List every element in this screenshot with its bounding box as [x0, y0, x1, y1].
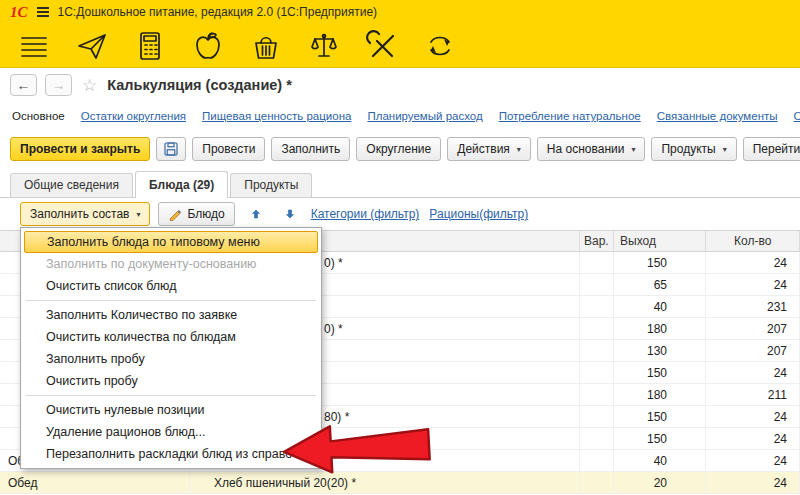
header-qty[interactable]: Кол-во — [706, 231, 800, 251]
cell-var — [580, 428, 614, 449]
tab-products[interactable]: Продукты — [230, 173, 312, 197]
apple-icon — [191, 29, 225, 63]
fill-composition-menu: Заполнить блюда по типовому меню Заполни… — [20, 227, 322, 469]
page-tabs: Общие сведения Блюда (29) Продукты — [0, 168, 800, 198]
service-tools-button[interactable] — [360, 27, 404, 65]
menu-item-clear-dish-list[interactable]: Очистить список блюд — [24, 275, 318, 297]
titlebar-menu-icon[interactable] — [37, 7, 49, 17]
menu-separator — [26, 300, 316, 301]
products-label: Продукты — [661, 142, 715, 156]
main-menu-icon — [17, 29, 51, 63]
menu-item-fill-quantity-by-request[interactable]: Заполнить Количество по заявке — [24, 304, 318, 326]
menu-item-clear-zero-positions[interactable]: Очистить нулевые позиции — [24, 399, 318, 421]
menu-item-fill-by-typical-menu[interactable]: Заполнить блюда по типовому меню — [24, 231, 318, 253]
section-natural-consumption[interactable]: Потребление натуральное — [499, 110, 641, 122]
filters: Категории (фильтр) Рационы(фильтр) — [311, 207, 529, 221]
cell-var — [580, 318, 614, 339]
section-main[interactable]: Основное — [12, 110, 65, 122]
actions-dropdown[interactable]: Действия▾ — [447, 137, 531, 161]
move-down-button[interactable] — [277, 202, 303, 226]
send-icon — [75, 29, 109, 63]
section-links: Основное Остатки округления Пищевая ценн… — [0, 102, 800, 130]
rounding-label: Округление — [366, 142, 431, 156]
cell-out: 20 — [614, 472, 706, 493]
dishes-list-toolbar: Заполнить состав ▾ Блюдо Категории (филь… — [0, 198, 800, 230]
cell-var — [580, 406, 614, 427]
cell-var — [580, 450, 614, 471]
main-menu-button[interactable] — [12, 27, 56, 65]
post-and-close-label: Провести и закрыть — [20, 142, 140, 156]
tab-general[interactable]: Общие сведения — [10, 173, 133, 197]
dish-button[interactable]: Блюдо — [158, 202, 234, 226]
cell-qty: 24 — [706, 274, 800, 295]
rations-filter-link[interactable]: Рационы(фильтр) — [429, 207, 528, 221]
app-toolbar — [0, 24, 800, 68]
1c-logo: 1С — [10, 5, 28, 20]
page-title: Калькуляция (создание) * — [107, 77, 292, 93]
menu-item-clear-quantities[interactable]: Очистить количества по блюдам — [24, 326, 318, 348]
save-button[interactable] — [156, 137, 186, 161]
data-sync-button[interactable] — [418, 27, 462, 65]
cell-var — [580, 362, 614, 383]
section-related-documents[interactable]: Связанные документы — [657, 110, 778, 122]
fill-composition-label: Заполнить состав — [30, 207, 129, 221]
menu-item-fill-sample[interactable]: Заполнить пробу — [24, 348, 318, 370]
actions-label: Действия — [457, 142, 510, 156]
red-annotation-arrow — [280, 417, 435, 479]
cell-qty: 24 — [706, 428, 800, 449]
cell-out: 150 — [614, 362, 706, 383]
table-row[interactable]: Обед Хлеб пшеничный 20(20) * 20 24 — [0, 472, 800, 494]
fill-composition-dropdown[interactable]: Заполнить состав ▾ — [20, 202, 150, 226]
menu-item-delete-dish-rations[interactable]: Удаление рационов блюд... — [24, 421, 318, 443]
cell-qty: 24 — [706, 252, 800, 273]
calculator-button[interactable] — [128, 27, 172, 65]
products-dropdown[interactable]: Продукты▾ — [651, 137, 736, 161]
window-titlebar: 1С 1С:Дошкольное питание, редакция 2.0 (… — [0, 0, 800, 24]
based-on-dropdown[interactable]: На основании▾ — [537, 137, 646, 161]
menu-item-refill-layouts-from-catalog[interactable]: Перезаполнить раскладки блюд из справочн… — [24, 443, 318, 465]
send-button[interactable] — [70, 27, 114, 65]
command-bar: Провести и закрыть Провести Заполнить Ок… — [0, 130, 800, 168]
cell-qty: 207 — [706, 340, 800, 361]
forward-button[interactable]: → — [45, 74, 72, 96]
chevron-down-icon: ▾ — [136, 210, 140, 219]
move-up-button[interactable] — [243, 202, 269, 226]
fill-button[interactable]: Заполнить — [271, 137, 350, 161]
cell-out: 130 — [614, 340, 706, 361]
cell-var — [580, 252, 614, 273]
section-food-cost[interactable]: Стоимость питания — [794, 110, 800, 122]
header-out[interactable]: Выход — [614, 231, 706, 251]
post-button[interactable]: Провести — [192, 137, 265, 161]
store-button[interactable] — [244, 27, 288, 65]
favorite-star-icon[interactable]: ☆ — [82, 75, 97, 96]
chevron-down-icon: ▾ — [723, 145, 727, 154]
section-planned-expense[interactable]: Планируемый расход — [367, 110, 482, 122]
tab-dishes[interactable]: Блюда (29) — [135, 171, 228, 198]
cell-out: 180 — [614, 384, 706, 405]
rounding-button[interactable]: Округление — [356, 137, 441, 161]
scales-button[interactable] — [302, 27, 346, 65]
cell-out: 150 — [614, 252, 706, 273]
cell-var — [580, 384, 614, 405]
arrow-down-icon — [284, 205, 296, 223]
fill-label: Заполнить — [281, 142, 340, 156]
cell-qty: 211 — [706, 384, 800, 405]
goto-dropdown[interactable]: Перейти▾ — [743, 137, 800, 161]
cell-qty: 24 — [706, 472, 800, 493]
cell-qty: 24 — [706, 406, 800, 427]
apple-button[interactable] — [186, 27, 230, 65]
back-button[interactable]: ← — [10, 74, 37, 96]
pencil-icon — [168, 207, 182, 221]
section-nutrition-value[interactable]: Пищевая ценность рациона — [202, 110, 351, 122]
menu-item-clear-sample[interactable]: Очистить пробу — [24, 370, 318, 392]
categories-filter-link[interactable]: Категории (фильтр) — [311, 207, 420, 221]
post-and-close-button[interactable]: Провести и закрыть — [10, 137, 150, 161]
section-rounding-remainders[interactable]: Остатки округления — [81, 110, 186, 122]
floppy-save-icon — [162, 140, 180, 158]
chevron-down-icon: ▾ — [631, 145, 635, 154]
header-var[interactable]: Вар. — [580, 231, 614, 251]
cell-var — [580, 340, 614, 361]
based-on-label: На основании — [547, 142, 625, 156]
goto-label: Перейти — [753, 142, 800, 156]
document-nav-row: ← → ☆ Калькуляция (создание) * — [0, 68, 800, 102]
